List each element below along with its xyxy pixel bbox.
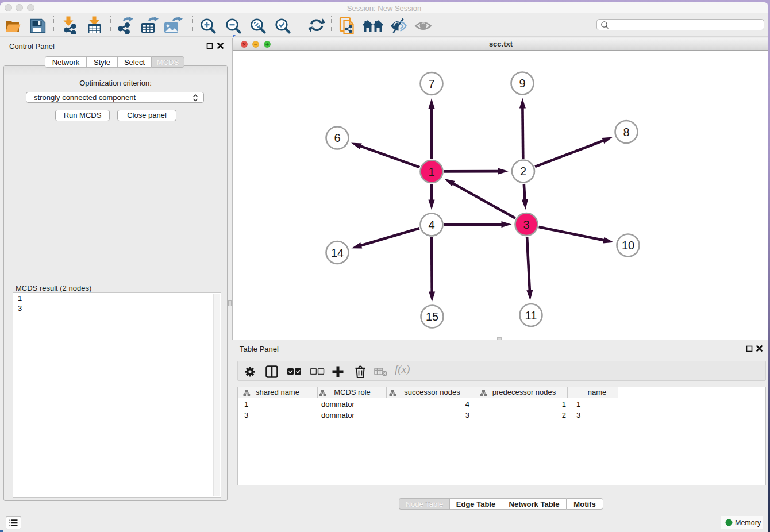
svg-text:6: 6 <box>334 132 340 144</box>
svg-text:2: 2 <box>520 165 526 178</box>
svg-text:14: 14 <box>331 246 344 259</box>
svg-text:8: 8 <box>623 126 629 138</box>
svg-text:10: 10 <box>622 239 634 252</box>
svg-text:4: 4 <box>428 218 434 231</box>
svg-text:3: 3 <box>523 218 529 231</box>
svg-text:7: 7 <box>428 78 434 90</box>
svg-text:9: 9 <box>519 77 525 90</box>
svg-text:15: 15 <box>426 310 438 323</box>
svg-text:1: 1 <box>428 165 434 178</box>
svg-text:11: 11 <box>525 309 537 322</box>
